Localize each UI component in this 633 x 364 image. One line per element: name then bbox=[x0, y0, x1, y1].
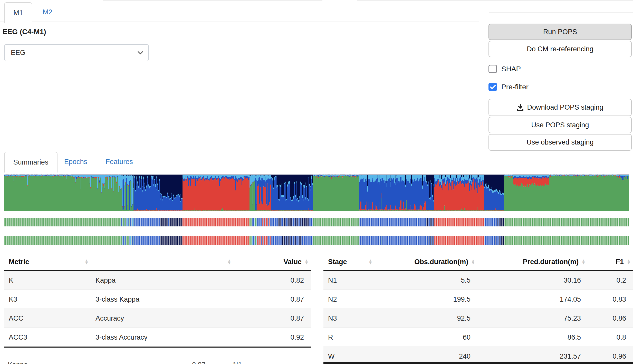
column-label: Metric bbox=[9, 258, 29, 266]
stage-table-row: W240231.570.96 bbox=[323, 347, 633, 364]
metrics-table-header-row: Metric▲▼▲▼Value▲▼ bbox=[4, 254, 311, 271]
column-label: Value bbox=[284, 258, 302, 266]
metrics-table-cell: 0.87 bbox=[234, 309, 311, 328]
sort-icon[interactable]: ▲▼ bbox=[471, 259, 475, 265]
stage-table-row: N392.575.230.86 bbox=[323, 309, 633, 328]
signal-select-value: EEG bbox=[11, 49, 25, 57]
stage-table-header-row: Stage▲▼Obs.duration(m)▲▼Pred.duration(m)… bbox=[323, 254, 633, 271]
cm-rereference-label: Do CM re-referencing bbox=[527, 45, 593, 53]
tab-summaries-label: Summaries bbox=[13, 158, 49, 166]
run-pops-button[interactable]: Run POPS bbox=[488, 24, 632, 40]
use-pops-staging-button[interactable]: Use POPS staging bbox=[488, 117, 632, 133]
stage-table-cell: R bbox=[323, 328, 375, 347]
stage-table-cell: 231.57 bbox=[477, 347, 588, 364]
stage-table-cell: 0.96 bbox=[588, 347, 633, 364]
stage-table-cell: 92.5 bbox=[375, 309, 477, 328]
sort-icon[interactable]: ▲▼ bbox=[582, 259, 585, 265]
metrics-table-cell: 3-class Accuracy bbox=[91, 328, 234, 347]
metrics-table-cell: Accuracy bbox=[91, 309, 234, 328]
column-label: Obs.duration(m) bbox=[414, 258, 468, 266]
tab-epochs[interactable]: Epochs bbox=[59, 152, 92, 172]
metrics-table-cell: K bbox=[4, 271, 91, 290]
stage-table-header-stage[interactable]: Stage▲▼ bbox=[323, 254, 375, 271]
download-pops-staging-label: Download POPS staging bbox=[527, 103, 603, 111]
metrics-table-cell: ACC bbox=[4, 309, 91, 328]
stage-table-cell: 60 bbox=[375, 328, 477, 347]
metrics-table-cell: 0.87 bbox=[234, 290, 311, 309]
metrics-table-row: ACCAccuracy0.87 bbox=[4, 309, 311, 328]
download-icon bbox=[517, 104, 524, 111]
prefilter-checkbox[interactable] bbox=[488, 83, 497, 91]
stage-table-cell: N1 bbox=[323, 271, 375, 290]
model-tabs-underline bbox=[0, 22, 479, 22]
metrics-table-row: K33-class Kappa0.87 bbox=[4, 290, 311, 309]
signal-select[interactable]: EEG bbox=[4, 44, 149, 61]
use-pops-staging-label: Use POPS staging bbox=[531, 121, 589, 129]
metrics-table-cell: ACC3 bbox=[4, 328, 91, 347]
stage-table-cell: 30.16 bbox=[477, 271, 588, 290]
pops-staging-panel: M1 M2 EEG (C4-M1) EEG Run POPS Do CM re-… bbox=[0, 0, 633, 364]
stage-table-header-obs-duration-m-[interactable]: Obs.duration(m)▲▼ bbox=[375, 254, 477, 271]
stage-table-header-f1[interactable]: F1▲▼ bbox=[588, 254, 633, 271]
run-pops-label: Run POPS bbox=[543, 28, 577, 36]
top-border-right bbox=[357, 1, 633, 1]
stage-table-cell: W bbox=[323, 347, 375, 364]
tab-epochs-label: Epochs bbox=[64, 158, 87, 166]
metrics-table-container: Metric▲▼▲▼Value▲▼KKappa0.82K33-class Kap… bbox=[4, 254, 311, 348]
column-label: Stage bbox=[328, 258, 347, 266]
stage-table-cell: 0.2 bbox=[588, 271, 633, 290]
metrics-table-header-blank[interactable]: ▲▼ bbox=[91, 254, 234, 271]
sort-icon[interactable]: ▲▼ bbox=[85, 259, 88, 265]
sort-icon[interactable]: ▲▼ bbox=[305, 259, 308, 265]
check-icon bbox=[490, 85, 496, 89]
stage-table-cell: 75.23 bbox=[477, 309, 588, 328]
stage-table-row: R6086.50.8 bbox=[323, 328, 633, 347]
tab-m2[interactable]: M2 bbox=[36, 2, 59, 22]
metrics-table-header-value[interactable]: Value▲▼ bbox=[234, 254, 311, 271]
metrics-table-cell: Kappa bbox=[91, 271, 234, 290]
tab-m1[interactable]: M1 bbox=[4, 2, 32, 23]
metrics-table-cell: 0.82 bbox=[234, 271, 311, 290]
sort-icon[interactable]: ▲▼ bbox=[369, 259, 372, 265]
stage-table-cell: 0.86 bbox=[588, 309, 633, 328]
stage-table-cell: N2 bbox=[323, 290, 375, 309]
observed-stage-strip bbox=[4, 236, 629, 245]
metrics-table-cell: 3-class Kappa bbox=[91, 290, 234, 309]
metrics-table-header-metric[interactable]: Metric▲▼ bbox=[4, 254, 91, 271]
panel-divider bbox=[489, 12, 633, 13]
stage-table-cell: 86.5 bbox=[477, 328, 588, 347]
stage-table-cell: 0.8 bbox=[588, 328, 633, 347]
metrics-table-cell: 0.92 bbox=[234, 328, 311, 347]
clipped-partial-row: Kappa 0.87 N1 bbox=[4, 360, 311, 364]
metrics-table-row: ACC33-class Accuracy0.92 bbox=[4, 328, 311, 347]
sort-icon[interactable]: ▲▼ bbox=[227, 259, 231, 265]
use-observed-staging-label: Use observed staging bbox=[526, 138, 593, 146]
shap-checkbox[interactable] bbox=[488, 65, 497, 73]
stage-table-cell: N3 bbox=[323, 309, 375, 328]
metrics-table-row: KKappa0.82 bbox=[4, 271, 311, 290]
stage-table-cell: 199.5 bbox=[375, 290, 477, 309]
tab-m2-label: M2 bbox=[43, 8, 52, 16]
tab-features-label: Features bbox=[106, 158, 133, 166]
metrics-table-cell: K3 bbox=[4, 290, 91, 309]
use-observed-staging-button[interactable]: Use observed staging bbox=[488, 134, 632, 151]
shap-checkbox-label[interactable]: SHAP bbox=[501, 65, 521, 73]
stage-table-bottom-border bbox=[323, 362, 633, 364]
stage-table: Stage▲▼Obs.duration(m)▲▼Pred.duration(m)… bbox=[323, 254, 633, 364]
prefilter-checkbox-label[interactable]: Pre-filter bbox=[501, 83, 529, 91]
download-pops-staging-button[interactable]: Download POPS staging bbox=[488, 99, 632, 116]
stage-table-cell: 240 bbox=[375, 347, 477, 364]
clipped-cell: 0.87 bbox=[192, 361, 206, 364]
stage-table-cell: 174.05 bbox=[477, 290, 588, 309]
sort-icon[interactable]: ▲▼ bbox=[627, 259, 630, 265]
metrics-table: Metric▲▼▲▼Value▲▼KKappa0.82K33-class Kap… bbox=[4, 254, 311, 348]
chevron-down-icon bbox=[138, 51, 143, 55]
cm-rereference-button[interactable]: Do CM re-referencing bbox=[488, 41, 632, 57]
hypnodensity-chart bbox=[4, 175, 629, 211]
stage-table-row: N15.530.160.2 bbox=[323, 271, 633, 290]
stage-table-header-pred-duration-m-[interactable]: Pred.duration(m)▲▼ bbox=[477, 254, 588, 271]
top-border-left bbox=[103, 1, 322, 1]
tab-summaries[interactable]: Summaries bbox=[4, 152, 57, 173]
tab-features[interactable]: Features bbox=[101, 152, 138, 172]
column-label: Pred.duration(m) bbox=[523, 258, 579, 266]
